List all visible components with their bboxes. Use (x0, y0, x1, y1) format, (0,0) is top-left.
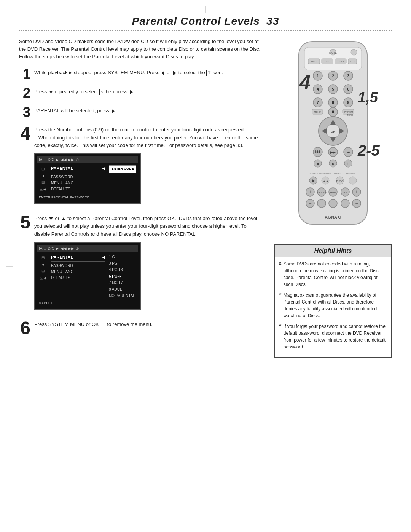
step-3-number: 3 (19, 105, 30, 119)
hint-text-2: Magnavox cannot guarantee the availabili… (284, 292, 387, 319)
svg-text:2: 2 (332, 74, 334, 78)
top-icon-5: ◀◀ (61, 157, 67, 163)
hint-bullet-1: ¥ (279, 260, 282, 288)
arrow-down-icon (49, 91, 53, 93)
svg-text:4: 4 (317, 87, 319, 91)
arrow-right-icon-3 (112, 109, 115, 113)
arrow-right-icon-2 (130, 90, 133, 94)
screen-top-bar-1: fA □ D/C ▶ ◀◀ ▶▶ ⊙ (37, 156, 138, 164)
svg-text:2-5: 2-5 (357, 142, 380, 159)
parental-icon-2: ⌂ (99, 89, 104, 95)
svg-text:⏸: ⏸ (347, 162, 350, 166)
screen-main-2: PARENTAL ◀ PASSWORD MENU LANG DEFAULTS (49, 253, 107, 299)
step-2-content: Press repeatedly to select ⌂then press . (34, 86, 263, 96)
hint-item-3: ¥ If you forget your password and cannot… (279, 323, 387, 350)
svg-text:5: 5 (332, 87, 334, 91)
screen-mockup-1: fA □ D/C ▶ ◀◀ ▶▶ ⊙ ⊞ ◄ ⊟ (34, 153, 141, 204)
svg-text:REAR: REAR (329, 191, 336, 194)
corner-mark-bl (6, 519, 13, 526)
top2-icon-1: fA (39, 246, 42, 252)
svg-text:OK: OK (331, 130, 335, 133)
hint-bullet-2: ¥ (279, 292, 282, 319)
screen-body-2: ⊞ ◄ ⊟ △ ◀ PARENTAL ◀ PASSWORD MENU LANG … (37, 253, 138, 299)
svg-text:ENTER: ENTER (316, 191, 327, 194)
top-center-mark (206, 6, 206, 13)
svg-text:⏭: ⏭ (347, 150, 350, 154)
svg-text:1,5: 1,5 (358, 89, 378, 105)
svg-text:+: + (355, 189, 358, 195)
svg-text:SURROUND: SURROUND (309, 172, 323, 174)
arrow-down-icon-5 (49, 217, 53, 220)
pg-item-8adult: 8 ADULT (109, 286, 136, 292)
step-4: 4 Press the Number buttons (0-9) on the … (19, 125, 263, 208)
screen-menu-item-password-2: PASSWORD (51, 263, 105, 269)
screen-main-1: PARENTAL ◀ PASSWORD MENU LANG DEFAULTS (49, 165, 107, 193)
pg-item-7nc17: 7 NC 17 (109, 280, 136, 286)
svg-text:TV/AV: TV/AV (338, 61, 344, 63)
enter-code-button: ENTER CODE (109, 165, 136, 173)
screen-icon-5: ⊞ (41, 255, 45, 261)
svg-text:AUX: AUX (350, 61, 355, 63)
screen-bottom-2: 8 ADULT (37, 300, 138, 307)
hint-text-1: Some DVDs are not encoded with a rating,… (284, 260, 387, 288)
svg-text:TUNER: TUNER (323, 61, 331, 63)
top-icon-4: ▶ (56, 157, 59, 163)
step-2-number: 2 (19, 86, 30, 100)
svg-text:1: 1 (317, 74, 319, 78)
svg-text:DISC: DISC (336, 179, 343, 183)
step-6: 6 Press SYSTEM MENU or OK to remove the … (19, 319, 263, 337)
page-title: Parental Control Levels 33 (19, 15, 392, 27)
screen-icon-4: △ ◀ (40, 186, 47, 192)
screen-menu-item-defaults-2: DEFAULTS (51, 275, 105, 281)
top2-icon-5: ◀◀ (61, 246, 67, 252)
page-container: Parental Control Levels 33 Some DVD and … (0, 0, 411, 532)
arrow-right-icon (173, 71, 176, 75)
left-center-cross (6, 266, 13, 266)
step-3: 3 PARENTAL will be selected, press . (19, 105, 263, 119)
remote-illustration: MUTE DISC TUNER TV/AV AUX 1 (284, 38, 382, 237)
svg-text:RESUME: RESUME (346, 172, 355, 174)
svg-point-85 (341, 199, 349, 208)
parental-icon: ⊤ (206, 70, 212, 76)
svg-text:▶: ▶ (312, 178, 315, 183)
screen-icon-3: ⊟ (41, 179, 45, 185)
step-2: 2 Press repeatedly to select ⌂then press… (19, 86, 263, 100)
pg-item-3pg: 3 PG (109, 260, 136, 266)
svg-text:SOUND: SOUND (323, 172, 331, 174)
top2-icon-3: D/C (48, 246, 54, 252)
svg-text:⏮: ⏮ (315, 149, 320, 155)
screen-right-2: 1 G 3 PG 4 PG 13 6 PG-R 7 NC 17 8 ADULT … (107, 253, 138, 299)
top2-icon-2: □ (44, 246, 46, 252)
dotted-separator (19, 30, 392, 31)
screen-menu-item-lang: MENU LANG (51, 180, 105, 186)
top-icon-2: □ (44, 157, 46, 163)
two-column-layout: Some DVD and Video CD makers code the DV… (19, 38, 392, 358)
top2-icon-7: ⊙ (76, 246, 79, 252)
screen-left-icons-1: ⊞ ◄ ⊟ △ ◀ (37, 165, 49, 193)
hints-content: ¥ Some DVDs are not encoded with a ratin… (275, 257, 391, 357)
corner-mark-tr (398, 6, 405, 13)
svg-text:◄◄: ◄◄ (322, 179, 328, 183)
step-3-content: PARENTAL will be selected, press . (34, 105, 263, 115)
svg-text:MENU: MENU (347, 114, 353, 116)
svg-text:DISC: DISC (311, 61, 317, 63)
svg-text:▶▶: ▶▶ (330, 150, 336, 154)
screen-menu-item-lang-2: MENU LANG (51, 269, 105, 275)
svg-text:■: ■ (317, 162, 319, 166)
top2-icon-4: ▶ (56, 246, 59, 252)
pg-item-noparental: NO PARENTAL (109, 293, 136, 299)
step-1-content: While playback is stopped, press SYSTEM … (34, 67, 263, 77)
hint-text-3: If you forget your password and cannot r… (284, 323, 387, 350)
svg-text:AGNA  O: AGNA O (325, 215, 341, 219)
corner-mark-tl (6, 6, 13, 13)
intro-paragraph: Some DVD and Video CD makers code the DV… (19, 38, 263, 61)
svg-text:SYSTEM: SYSTEM (344, 111, 353, 113)
screen-menu-item-password: PASSWORD (51, 174, 105, 180)
helpful-hints-box: Helpful Hints ¥ Some DVDs are not encode… (274, 244, 392, 358)
step-6-number: 6 (19, 319, 30, 337)
hints-title: Helpful Hints (275, 245, 391, 257)
svg-point-4 (351, 49, 357, 55)
hint-item-1: ¥ Some DVDs are not encoded with a ratin… (279, 260, 387, 288)
svg-text:▶: ▶ (332, 162, 335, 166)
pg-item-6pgr: 6 PG-R (109, 273, 136, 279)
